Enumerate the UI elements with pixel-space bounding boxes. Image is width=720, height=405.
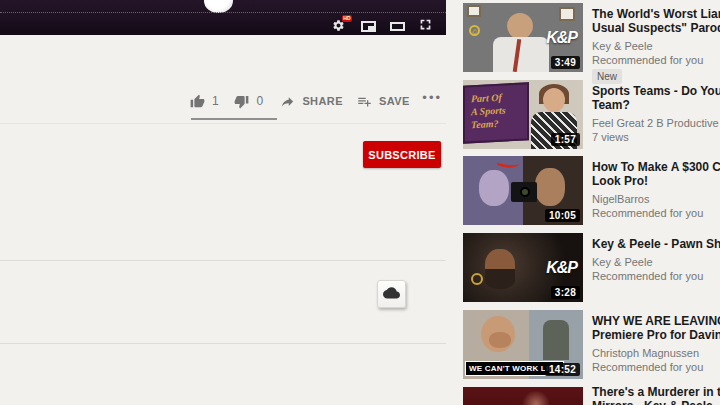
video-title-line1[interactable]: There's a Murderer in the Hall xyxy=(592,385,720,399)
related-video-item[interactable]: © K&P 3:49 The World's Worst Liar ("The … xyxy=(461,3,720,80)
duration-badge: 3:28 xyxy=(551,286,580,299)
video-thumbnail[interactable]: K&P 3:28 xyxy=(463,233,583,302)
video-thumbnail[interactable]: WE CAN'T WORK LIKE 14:52 xyxy=(463,310,583,379)
player-controls: HD xyxy=(332,19,432,33)
fullscreen-icon[interactable] xyxy=(419,17,432,35)
related-video-item[interactable]: WE CAN'T WORK LIKE 14:52 WHY WE ARE LEAV… xyxy=(461,310,720,387)
video-thumbnail[interactable]: 10:05 xyxy=(463,156,583,225)
video-title-line2[interactable]: Premiere Pro for Davinci... xyxy=(592,328,720,342)
channel-name[interactable]: NigelBarros xyxy=(592,193,720,205)
thumbs-down-icon xyxy=(234,94,249,109)
recommendation-text: Recommended for you xyxy=(592,54,720,66)
related-video-item[interactable]: 10:05 How To Make A $300 Camera Look Pro… xyxy=(461,156,720,233)
video-title-line1[interactable]: WHY WE ARE LEAVING xyxy=(592,314,720,328)
video-title-line2[interactable]: Mirrors - Key & Peele xyxy=(592,399,720,405)
video-thumbnail[interactable]: © K&P 3:49 xyxy=(463,3,583,72)
playlist-add-icon xyxy=(357,94,372,109)
video-thumbnail[interactable]: Part Of A Sports Team? 1:57 xyxy=(463,80,583,149)
recommendation-text: Recommended for you xyxy=(592,361,720,373)
video-thumbnail[interactable] xyxy=(463,387,583,405)
channel-name[interactable]: Christoph Magnussen xyxy=(592,347,720,359)
video-title-line1[interactable]: Sports Teams - Do You Work xyxy=(592,84,720,98)
video-title-line2[interactable]: Usual Suspects" Parody) - xyxy=(592,21,720,35)
video-title-line1[interactable]: How To Make A $300 Camera xyxy=(592,160,720,174)
more-actions-button[interactable]: ••• xyxy=(422,98,442,104)
channel-name[interactable]: Key & Peele xyxy=(592,256,720,268)
thumbnail-plaque: Part Of A Sports Team? xyxy=(463,82,529,143)
channel-name[interactable]: Key & Peele xyxy=(592,40,720,52)
related-video-item[interactable]: There's a Murderer in the Hall Mirrors -… xyxy=(461,387,720,405)
copyright-mark: © xyxy=(469,25,480,36)
related-video-item[interactable]: Part Of A Sports Team? 1:57 Sports Teams… xyxy=(461,80,720,157)
cloud-icon xyxy=(383,285,400,303)
video-action-toolbar: 1 0 SHARE SAVE ••• xyxy=(190,91,442,111)
save-label: SAVE xyxy=(379,95,410,107)
subscribe-button[interactable]: SUBSCRIBE xyxy=(363,141,441,168)
like-button[interactable]: 1 xyxy=(190,94,219,109)
kp-logo-text: K&P xyxy=(546,29,577,47)
dislike-count: 0 xyxy=(256,94,263,108)
share-label: SHARE xyxy=(302,95,343,107)
share-button[interactable]: SHARE xyxy=(280,94,343,109)
duration-badge: 1:57 xyxy=(551,133,580,146)
thumbs-up-icon xyxy=(190,94,205,109)
video-player[interactable]: HD xyxy=(0,0,446,35)
duration-badge: 3:49 xyxy=(551,56,580,69)
like-ratio-bar xyxy=(191,118,277,120)
related-video-item[interactable]: K&P 3:28 Key & Peele - Pawn Shop Key & P… xyxy=(461,233,720,310)
miniplayer-icon[interactable] xyxy=(361,21,376,32)
duration-badge: 14:52 xyxy=(545,363,580,376)
save-button[interactable]: SAVE xyxy=(357,94,410,109)
channel-name[interactable]: Feel Great 2 B Productive xyxy=(592,117,720,129)
section-divider-bottom xyxy=(0,343,446,344)
duration-badge: 10:05 xyxy=(545,209,580,222)
video-title-line2[interactable]: Look Pro! xyxy=(592,174,720,188)
video-title-line1[interactable]: Key & Peele - Pawn Shop xyxy=(592,237,720,251)
cloud-upload-button[interactable] xyxy=(377,280,406,308)
section-divider-top xyxy=(0,123,446,124)
theater-mode-icon[interactable] xyxy=(390,22,405,31)
share-arrow-icon xyxy=(280,94,295,109)
recommendation-text: Recommended for you xyxy=(592,207,720,219)
section-divider-middle xyxy=(0,260,446,261)
video-title-line2[interactable]: Team? xyxy=(592,98,720,112)
player-progress-bar[interactable] xyxy=(0,12,446,13)
view-count: 7 views xyxy=(592,131,720,143)
kp-logo-text: K&P xyxy=(546,259,577,277)
hd-quality-badge: HD xyxy=(342,15,352,22)
settings-gear-icon[interactable]: HD xyxy=(332,19,347,33)
dislike-button[interactable]: 0 xyxy=(234,94,263,109)
red-arrow-graphic xyxy=(496,156,520,170)
video-title-line1[interactable]: The World's Worst Liar ("The xyxy=(592,7,720,21)
like-count: 1 xyxy=(212,94,219,108)
recommendation-text: Recommended for you xyxy=(592,270,720,282)
